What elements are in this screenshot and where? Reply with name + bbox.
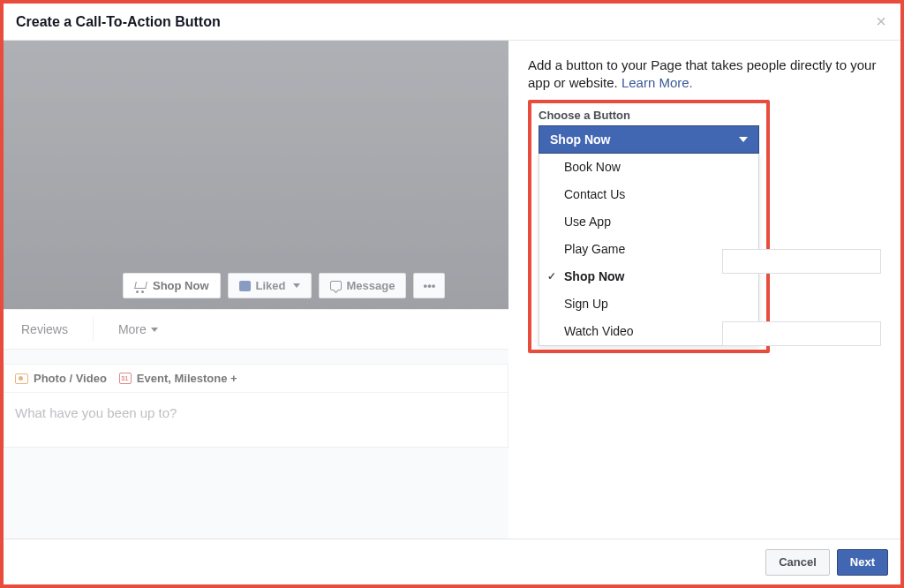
option-use-app[interactable]: Use App xyxy=(539,208,758,236)
more-options-button[interactable]: ••• xyxy=(413,273,445,298)
next-button-label: Next xyxy=(850,555,875,569)
modal-body: Shop Now Liked Message ••• xyxy=(4,41,900,539)
tab-more-label: More xyxy=(118,322,147,336)
photo-icon xyxy=(15,373,28,384)
composer-event-label: Event, Milestone + xyxy=(137,372,237,385)
intro-text: Add a button to your Page that takes peo… xyxy=(528,57,876,90)
tab-more[interactable]: More xyxy=(109,310,167,349)
cancel-button[interactable]: Cancel xyxy=(765,549,830,576)
page-tab-bar: Reviews More xyxy=(4,309,508,350)
status-composer: Photo / Video Event, Milestone + What ha… xyxy=(4,364,508,448)
choose-button-highlight: Choose a Button Shop Now Book Now Contac… xyxy=(528,100,770,353)
composer-placeholder[interactable]: What have you been up to? xyxy=(4,393,508,447)
tab-divider xyxy=(93,317,94,342)
composer-photo-video[interactable]: Photo / Video xyxy=(15,372,107,385)
choose-button-label: Choose a Button xyxy=(539,109,759,122)
cta-form-pane: Add a button to your Page that takes peo… xyxy=(508,41,900,539)
speech-bubble-icon xyxy=(330,281,342,290)
chevron-down-icon xyxy=(293,283,300,288)
message-button[interactable]: Message xyxy=(319,273,407,298)
ellipsis-icon: ••• xyxy=(424,279,436,292)
modal-title: Create a Call-To-Action Button xyxy=(16,14,221,30)
website-url-input[interactable] xyxy=(722,249,881,274)
cover-dim-overlay xyxy=(4,41,508,309)
thumb-up-icon xyxy=(239,281,251,291)
chevron-down-icon xyxy=(739,137,748,142)
next-button[interactable]: Next xyxy=(837,549,888,576)
composer-tab-row: Photo / Video Event, Milestone + xyxy=(4,365,508,393)
preview-cta-label: Shop Now xyxy=(153,279,209,292)
liked-label: Liked xyxy=(256,279,286,292)
create-cta-modal: Create a Call-To-Action Button × Shop No… xyxy=(4,4,900,584)
cover-button-row: Shop Now Liked Message ••• xyxy=(123,273,445,298)
tab-reviews[interactable]: Reviews xyxy=(12,310,77,349)
option-book-now[interactable]: Book Now xyxy=(539,154,758,181)
cart-icon xyxy=(134,281,147,291)
close-icon[interactable]: × xyxy=(872,12,890,30)
selected-option-label: Shop Now xyxy=(550,132,610,147)
option-sign-up[interactable]: Sign Up xyxy=(539,290,758,318)
red-annotation-frame: Create a Call-To-Action Button × Shop No… xyxy=(0,0,904,588)
mobile-url-input[interactable] xyxy=(722,321,881,346)
learn-more-link[interactable]: Learn More. xyxy=(622,75,693,90)
composer-event-milestone[interactable]: Event, Milestone + xyxy=(119,372,237,385)
modal-footer: Cancel Next xyxy=(4,539,900,584)
intro-text-block: Add a button to your Page that takes peo… xyxy=(528,57,881,93)
modal-header: Create a Call-To-Action Button × xyxy=(4,4,900,41)
calendar-icon xyxy=(119,373,132,384)
composer-photo-video-label: Photo / Video xyxy=(34,372,107,385)
cancel-button-label: Cancel xyxy=(779,555,817,569)
tab-reviews-label: Reviews xyxy=(21,322,68,336)
cover-photo-area: Shop Now Liked Message ••• xyxy=(4,41,508,309)
liked-button[interactable]: Liked xyxy=(228,273,312,298)
button-type-select[interactable]: Shop Now xyxy=(539,125,759,154)
chevron-down-icon xyxy=(151,328,158,332)
option-contact-us[interactable]: Contact Us xyxy=(539,181,758,208)
preview-cta-button[interactable]: Shop Now xyxy=(123,273,221,298)
page-preview-pane: Shop Now Liked Message ••• xyxy=(4,41,508,539)
message-label: Message xyxy=(347,279,396,292)
